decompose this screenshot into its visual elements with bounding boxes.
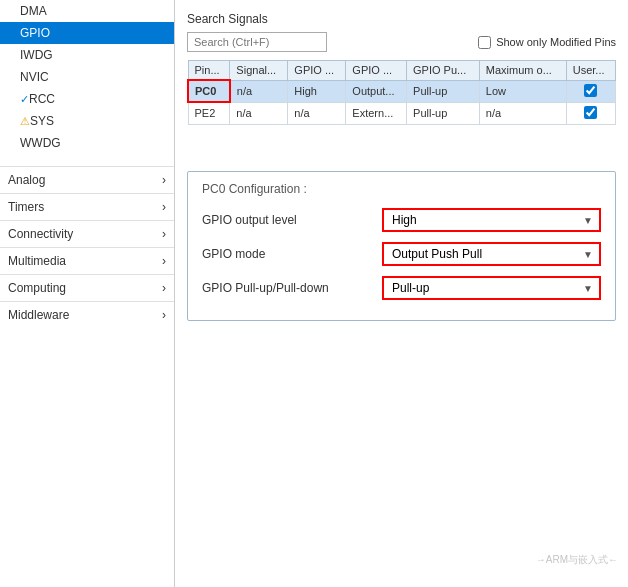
sidebar-item-wwdg[interactable]: WWDG [0,132,174,154]
connectivity-label: Connectivity [8,227,73,241]
computing-label: Computing [8,281,66,295]
cell-pull-pc0: Pull-up [407,80,480,102]
sidebar-item-dma[interactable]: DMA [0,0,174,22]
warn-icon: ⚠ [20,115,30,128]
search-input[interactable] [187,32,327,52]
sidebar-item-sys[interactable]: ⚠ SYS [0,110,174,132]
col-max-output: Maximum o... [479,61,566,81]
cell-pull-pe2: Pull-up [407,102,480,124]
user-checkbox-pc0[interactable] [584,84,597,97]
cell-max-pc0: Low [479,80,566,102]
sidebar-section-multimedia[interactable]: Multimedia › [0,247,174,274]
label-gpio-output-level: GPIO output level [202,213,382,227]
sys-label: SYS [30,114,54,128]
col-gpio-level: GPIO ... [288,61,346,81]
cell-pin-pc0: PC0 [188,80,230,102]
table-header-row: Pin... Signal... GPIO ... GPIO ... GPIO … [188,61,616,81]
sidebar-item-rcc[interactable]: ✓ RCC [0,88,174,110]
cell-level-pc0: High [288,80,346,102]
gpio-pull-wrapper[interactable]: Pull-up No pull-up and no pull-down Pull… [382,276,601,300]
show-modified-label: Show only Modified Pins [496,36,616,48]
col-signal: Signal... [230,61,288,81]
sidebar-section-computing[interactable]: Computing › [0,274,174,301]
show-modified-row: Show only Modified Pins [478,36,616,49]
config-title: PC0 Configuration : [202,182,601,196]
cell-level-pe2: n/a [288,102,346,124]
sidebar-section-analog[interactable]: Analog › [0,166,174,193]
table-row[interactable]: PC0 n/a High Output... Pull-up Low [188,80,616,102]
col-gpio-pull: GPIO Pu... [407,61,480,81]
gpio-mode-wrapper[interactable]: Output Push Pull Output Open Drain ▼ [382,242,601,266]
cell-max-pe2: n/a [479,102,566,124]
config-section: PC0 Configuration : GPIO output level Hi… [187,171,616,321]
watermark: →ARM与嵌入式← [536,553,618,567]
cell-user-pc0[interactable] [566,80,615,102]
multimedia-label: Multimedia [8,254,66,268]
nvic-label: NVIC [20,70,49,84]
multimedia-chevron-icon: › [162,254,166,268]
cell-user-pe2[interactable] [566,102,615,124]
gpio-label: GPIO [20,26,50,40]
search-row: Show only Modified Pins [187,32,616,52]
rcc-label: RCC [29,92,55,106]
middleware-label: Middleware [8,308,69,322]
sidebar-item-gpio[interactable]: GPIO [0,22,174,44]
config-row-gpio-pull: GPIO Pull-up/Pull-down Pull-up No pull-u… [202,276,601,300]
col-user: User... [566,61,615,81]
sidebar-section-timers[interactable]: Timers › [0,193,174,220]
sidebar-item-nvic[interactable]: NVIC [0,66,174,88]
gpio-pull-select[interactable]: Pull-up No pull-up and no pull-down Pull… [384,278,599,298]
user-checkbox-pe2[interactable] [584,106,597,119]
config-row-gpio-mode: GPIO mode Output Push Pull Output Open D… [202,242,601,266]
label-gpio-mode: GPIO mode [202,247,382,261]
show-modified-checkbox[interactable] [478,36,491,49]
dma-label: DMA [20,4,47,18]
timers-chevron-icon: › [162,200,166,214]
computing-chevron-icon: › [162,281,166,295]
label-gpio-pull: GPIO Pull-up/Pull-down [202,281,382,295]
col-gpio-mode: GPIO ... [346,61,407,81]
cell-mode-pe2: Extern... [346,102,407,124]
check-icon: ✓ [20,93,29,106]
middleware-chevron-icon: › [162,308,166,322]
sidebar-section-connectivity[interactable]: Connectivity › [0,220,174,247]
table-row[interactable]: PE2 n/a n/a Extern... Pull-up n/a [188,102,616,124]
gpio-output-level-select[interactable]: High Low [384,210,599,230]
col-pin: Pin... [188,61,230,81]
main-content: Search Signals Show only Modified Pins P… [175,0,628,587]
cell-signal-pc0: n/a [230,80,288,102]
connectivity-chevron-icon: › [162,227,166,241]
gpio-output-level-wrapper[interactable]: High Low ▼ [382,208,601,232]
timers-label: Timers [8,200,44,214]
signals-table: Pin... Signal... GPIO ... GPIO ... GPIO … [187,60,616,125]
gpio-mode-select[interactable]: Output Push Pull Output Open Drain [384,244,599,264]
analog-label: Analog [8,173,45,187]
sidebar-section-middleware[interactable]: Middleware › [0,301,174,328]
cell-mode-pc0: Output... [346,80,407,102]
search-signals-label: Search Signals [187,12,616,26]
cell-signal-pe2: n/a [230,102,288,124]
iwdg-label: IWDG [20,48,53,62]
config-row-output-level: GPIO output level High Low ▼ [202,208,601,232]
wwdg-label: WWDG [20,136,61,150]
sidebar: DMA GPIO IWDG NVIC ✓ RCC ⚠ SYS WWDG Anal… [0,0,175,587]
cell-pin-pe2: PE2 [188,102,230,124]
sidebar-item-iwdg[interactable]: IWDG [0,44,174,66]
analog-chevron-icon: › [162,173,166,187]
